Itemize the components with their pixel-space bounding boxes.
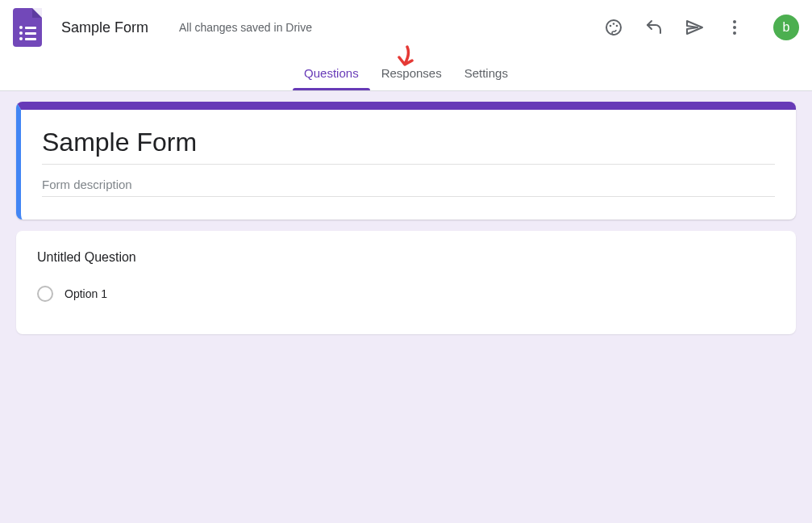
more-icon[interactable] <box>725 18 744 37</box>
svg-point-3 <box>616 25 618 27</box>
form-title-input[interactable]: Sample Form <box>61 19 148 36</box>
tab-questions[interactable]: Questions <box>293 55 370 90</box>
form-description-field[interactable]: Form description <box>42 178 775 197</box>
svg-point-2 <box>613 23 615 25</box>
question-card[interactable]: Untitled Question Option 1 <box>16 231 796 334</box>
option-label[interactable]: Option 1 <box>65 287 107 300</box>
app-header: Sample Form All changes saved in Drive <box>0 0 812 55</box>
tab-settings[interactable]: Settings <box>453 55 519 90</box>
forms-logo-icon[interactable] <box>13 8 45 47</box>
undo-icon[interactable] <box>644 18 664 37</box>
title-card[interactable]: Sample Form Form description <box>16 102 796 220</box>
svg-point-0 <box>606 20 621 35</box>
tab-responses[interactable]: Responses <box>370 55 453 90</box>
send-icon[interactable] <box>685 18 704 37</box>
header-actions: b <box>604 15 799 40</box>
question-title[interactable]: Untitled Question <box>37 250 775 265</box>
form-content: Sample Form Form description Untitled Qu… <box>0 91 812 356</box>
svg-point-6 <box>733 31 736 35</box>
form-title-field[interactable]: Sample Form <box>42 128 775 165</box>
svg-point-5 <box>733 26 736 29</box>
radio-icon <box>37 286 53 302</box>
save-status-text: All changes saved in Drive <box>179 21 312 34</box>
svg-point-4 <box>733 20 736 23</box>
option-row: Option 1 <box>37 286 775 302</box>
avatar[interactable]: b <box>773 15 799 40</box>
tabs-bar: Questions Responses Settings <box>0 55 812 91</box>
svg-point-1 <box>610 25 612 27</box>
palette-icon[interactable] <box>604 18 623 37</box>
